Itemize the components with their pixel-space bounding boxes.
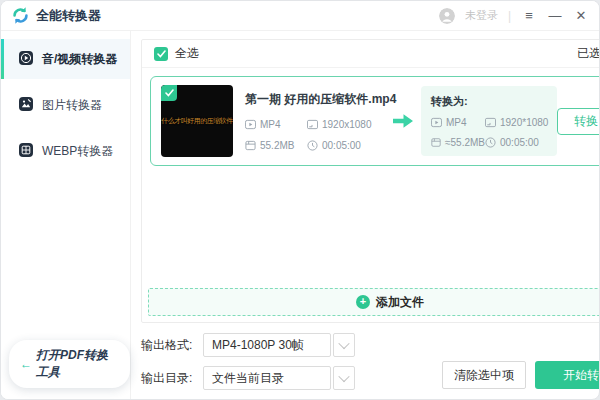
source-size-value: 55.2MB (260, 140, 294, 151)
back-arrow-icon: ← (20, 357, 32, 371)
size-icon (431, 137, 441, 148)
video-thumbnail: 什么才叫好用的压缩软件 (161, 85, 233, 157)
audio-video-converter-icon (18, 50, 34, 69)
bottom-controls: 输出格式: MP4-1080P 30帧 输出目录: 文件当前目录 清除选中项 开… (141, 333, 600, 390)
output-directory-dropdown-button[interactable] (333, 366, 355, 390)
chevron-down-icon (338, 371, 349, 382)
user-avatar-icon[interactable] (439, 8, 455, 24)
sidebar-item-audio-video-converter[interactable]: 音/视频转换器 (1, 39, 130, 79)
sidebar: 音/视频转换器 图片转换器 WEBP转换器 ← 打开PDF转换工具 (1, 31, 131, 400)
select-all-checkbox[interactable] (154, 47, 168, 61)
source-format: MP4 (245, 119, 307, 130)
menu-icon[interactable]: ≡ (521, 8, 537, 24)
app-title: 全能转换器 (36, 7, 101, 25)
resolution-icon (485, 117, 496, 128)
selected-count: 已选1个 (577, 45, 600, 62)
source-duration: 00:05:00 (307, 140, 385, 151)
open-pdf-tool-label: 打开PDF转换工具 (36, 347, 117, 381)
source-format-value: MP4 (260, 119, 281, 130)
file-name: 第一期 好用的压缩软件.mp4 (245, 91, 385, 108)
source-resolution: 1920x1080 (307, 119, 385, 130)
clear-selected-button[interactable]: 清除选中项 (442, 361, 526, 389)
output-format-dropdown-button[interactable] (333, 333, 355, 357)
list-toolbar: 全选 已选1个 (142, 40, 600, 68)
app-window: 全能转换器 未登录 | ≡ — ✕ 音/视频转换器 (0, 0, 600, 400)
source-duration-value: 00:05:00 (322, 140, 361, 151)
source-size: 55.2MB (245, 140, 307, 151)
convert-to-label: 转换为: (431, 94, 547, 109)
convert-button[interactable]: 转换 (557, 108, 600, 135)
convert-direction-arrow-icon (392, 112, 414, 130)
target-file-info: 转换为: MP4 1920*1080 (421, 86, 557, 156)
login-status[interactable]: 未登录 (465, 8, 498, 23)
main-content: 全选 已选1个 什么才叫好用的压缩软件 第一期 好用的压缩软件.mp4 (131, 31, 600, 400)
minimize-icon[interactable]: — (547, 8, 563, 24)
file-list-panel: 全选 已选1个 什么才叫好用的压缩软件 第一期 好用的压缩软件.mp4 (141, 39, 600, 323)
source-resolution-value: 1920x1080 (322, 119, 372, 130)
clock-icon (307, 140, 318, 151)
sidebar-item-webp-converter[interactable]: WEBP转换器 (1, 131, 130, 171)
file-checkbox[interactable] (161, 85, 177, 101)
target-size: ≈55.2MB (431, 137, 485, 148)
close-icon[interactable]: ✕ (573, 8, 589, 24)
output-format-row: 输出格式: MP4-1080P 30帧 (141, 333, 355, 357)
target-format: MP4 (431, 117, 485, 128)
titlebar-divider: | (508, 9, 511, 23)
sidebar-item-label: 音/视频转换器 (42, 51, 117, 68)
file-list: 什么才叫好用的压缩软件 第一期 好用的压缩软件.mp4 MP4 (142, 68, 600, 288)
sidebar-item-label: WEBP转换器 (42, 143, 113, 160)
clock-icon (485, 137, 496, 148)
open-pdf-tool-button[interactable]: ← 打开PDF转换工具 (9, 340, 130, 388)
selected-count-prefix: 已选 (577, 46, 600, 60)
plus-icon: + (356, 295, 370, 309)
select-all-label: 全选 (175, 45, 199, 62)
output-directory-select[interactable]: 文件当前目录 (203, 366, 331, 390)
app-logo-icon (11, 6, 30, 25)
output-format-select[interactable]: MP4-1080P 30帧 (203, 333, 331, 357)
sidebar-item-image-converter[interactable]: 图片转换器 (1, 85, 130, 125)
add-file-label: 添加文件 (376, 294, 424, 311)
thumbnail-caption: 什么才叫好用的压缩软件 (161, 116, 233, 126)
output-format-label: 输出格式: (141, 337, 203, 354)
target-format-value: MP4 (446, 117, 467, 128)
play-format-icon (431, 117, 442, 128)
target-size-value: ≈55.2MB (445, 137, 485, 148)
image-converter-icon (18, 96, 34, 115)
file-card: 什么才叫好用的压缩软件 第一期 好用的压缩软件.mp4 MP4 (150, 76, 600, 166)
target-resolution: 1920*1080 (485, 117, 548, 128)
target-resolution-value: 1920*1080 (500, 117, 548, 128)
title-bar: 全能转换器 未登录 | ≡ — ✕ (1, 1, 599, 31)
target-duration: 00:05:00 (485, 137, 548, 148)
webp-converter-icon (18, 142, 34, 161)
output-directory-label: 输出目录: (141, 370, 203, 387)
add-file-button[interactable]: + 添加文件 (148, 288, 600, 316)
output-directory-row: 输出目录: 文件当前目录 (141, 366, 355, 390)
play-format-icon (245, 119, 256, 130)
target-duration-value: 00:05:00 (500, 137, 539, 148)
resolution-icon (307, 119, 318, 130)
size-icon (245, 140, 256, 151)
sidebar-item-label: 图片转换器 (42, 97, 102, 114)
chevron-down-icon (338, 338, 349, 349)
source-file-info: 第一期 好用的压缩软件.mp4 MP4 1920x1080 (245, 91, 385, 151)
start-convert-button[interactable]: 开始转换 (535, 361, 600, 389)
